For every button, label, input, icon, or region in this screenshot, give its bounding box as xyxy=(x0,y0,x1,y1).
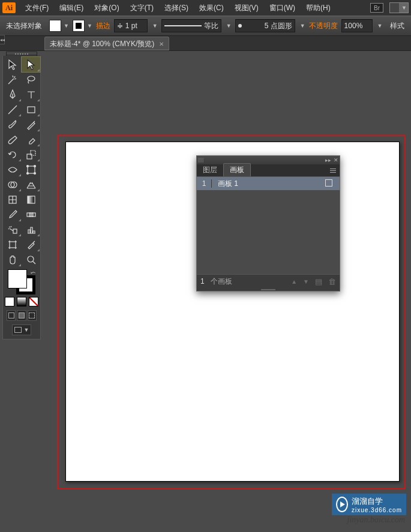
stroke-profile-dropdown[interactable]: 等比 xyxy=(161,19,221,32)
fill-stroke-indicator[interactable]: ⤺ xyxy=(8,269,35,294)
svg-rect-16 xyxy=(13,229,17,233)
screen-mode-button[interactable]: ▼ xyxy=(12,324,31,335)
control-bar: 未选择对象 ▼ ▼ 描边 ≑1 pt ▼ 等比 ▼ 5 点圆形 ▼ 不透明度 1… xyxy=(0,16,411,36)
new-artboard-icon[interactable]: ▤ xyxy=(315,277,322,286)
menu-type[interactable]: 文字(T) xyxy=(125,0,158,16)
swap-fill-stroke-icon[interactable]: ⤺ xyxy=(31,269,35,276)
paintbrush-tool[interactable] xyxy=(3,117,22,132)
svg-point-8 xyxy=(34,172,35,174)
column-graph-tool[interactable] xyxy=(22,222,40,237)
draw-behind-icon[interactable] xyxy=(17,310,26,321)
watermark-scribble: jinyan.baicu.com xyxy=(347,515,405,525)
blend-tool[interactable] xyxy=(22,207,40,222)
app-logo-icon: Ai xyxy=(2,2,16,13)
gradient-mode-icon[interactable] xyxy=(17,297,26,306)
watermark-sub: zixue.3d66.com xyxy=(352,507,402,513)
menu-edit[interactable]: 编辑(E) xyxy=(55,0,88,16)
menu-help[interactable]: 帮助(H) xyxy=(301,0,335,16)
fill-color-button[interactable]: ▼ xyxy=(49,20,69,32)
draw-normal-icon[interactable] xyxy=(7,310,16,321)
mesh-tool[interactable] xyxy=(3,192,22,207)
svg-point-5 xyxy=(26,165,28,167)
stroke-label[interactable]: 描边 xyxy=(96,21,110,31)
rectangle-tool[interactable] xyxy=(22,102,40,117)
pen-tool[interactable] xyxy=(3,87,22,102)
svg-rect-1 xyxy=(28,107,35,113)
artboard-count-label: 个画板 xyxy=(211,276,232,287)
pencil-tool[interactable] xyxy=(22,117,40,132)
artboard-index: 1 xyxy=(197,179,212,188)
svg-point-6 xyxy=(34,165,35,167)
menu-file[interactable]: 文件(F) xyxy=(20,0,53,16)
bridge-icon[interactable]: Br xyxy=(370,3,383,13)
stroke-weight-input[interactable]: ≑1 pt xyxy=(114,19,148,32)
menu-bar: Ai 文件(F) 编辑(E) 对象(O) 文字(T) 选择(S) 效果(C) 视… xyxy=(0,0,411,16)
close-tab-icon[interactable]: ✕ xyxy=(159,41,164,47)
menu-select[interactable]: 选择(S) xyxy=(160,0,193,16)
artboard-row[interactable]: 1 画板 1 xyxy=(197,177,340,190)
perspective-grid-tool[interactable] xyxy=(22,177,40,192)
artboard-tool[interactable] xyxy=(3,237,22,252)
selection-tool[interactable] xyxy=(3,57,22,72)
line-tool[interactable] xyxy=(3,102,22,117)
panel-titlebar[interactable]: ▸▸ ✕ xyxy=(197,156,340,164)
svg-rect-3 xyxy=(31,151,35,155)
expand-left-panels-button[interactable]: ◂◂ xyxy=(0,35,5,44)
opacity-input[interactable]: 100% xyxy=(341,19,373,32)
symbol-sprayer-tool[interactable] xyxy=(3,222,22,237)
brush-dropdown[interactable]: 5 点圆形 xyxy=(235,19,295,32)
panel-resize-handle[interactable] xyxy=(197,288,340,291)
document-tab-bar: 未标题-4* @ 100% (CMYK/预览) ✕ xyxy=(0,36,411,51)
panel-collapse-icon[interactable]: ▸▸ xyxy=(325,157,331,163)
tab-artboards[interactable]: 画板 xyxy=(223,163,251,176)
move-up-icon[interactable]: ▲ xyxy=(291,278,297,285)
stroke-color-button[interactable]: ▼ xyxy=(73,20,92,32)
artboard-name[interactable]: 画板 1 xyxy=(212,179,318,189)
none-mode-icon[interactable] xyxy=(29,297,38,306)
artboard-options-icon[interactable] xyxy=(318,179,340,188)
panel-menu-icon[interactable] xyxy=(329,166,337,175)
delete-artboard-icon[interactable]: 🗑 xyxy=(328,277,336,286)
document-tab[interactable]: 未标题-4* @ 100% (CMYK/预览) ✕ xyxy=(44,37,169,50)
artboard-list: 1 画板 1 xyxy=(197,177,340,274)
menu-view[interactable]: 视图(V) xyxy=(230,0,263,16)
toolbox: ⤺ ▼ xyxy=(2,56,41,339)
menu-effect[interactable]: 效果(C) xyxy=(194,0,229,16)
menu-object[interactable]: 对象(O) xyxy=(89,0,124,16)
eyedropper-tool[interactable] xyxy=(3,207,22,222)
panel-close-icon[interactable]: ✕ xyxy=(334,157,338,163)
type-tool[interactable] xyxy=(22,87,40,102)
width-tool[interactable] xyxy=(3,162,22,177)
panel-footer: 1 个画板 ▲ ▼ ▤ 🗑 xyxy=(197,274,340,288)
color-mode-icon[interactable] xyxy=(5,297,14,306)
menu-window[interactable]: 窗口(W) xyxy=(265,0,300,16)
stroke-weight-value: 1 pt xyxy=(125,22,137,30)
profile-label: 等比 xyxy=(204,21,218,31)
gradient-tool[interactable] xyxy=(22,192,40,207)
lasso-tool[interactable] xyxy=(22,72,40,87)
scale-tool[interactable] xyxy=(22,147,40,162)
brush-dot-icon xyxy=(238,24,242,28)
canvas-area[interactable]: ▸▸ ✕ 图层 画板 1 画板 1 1 个画板 xyxy=(43,52,411,532)
fill-tile-icon[interactable] xyxy=(8,269,27,288)
free-transform-tool[interactable] xyxy=(22,162,40,177)
svg-rect-14 xyxy=(29,213,33,217)
opacity-label[interactable]: 不透明度 xyxy=(309,21,338,31)
blob-brush-tool[interactable] xyxy=(3,132,22,147)
svg-point-0 xyxy=(28,76,35,81)
slice-tool[interactable] xyxy=(22,237,40,252)
eraser-tool[interactable] xyxy=(22,132,40,147)
tab-layers[interactable]: 图层 xyxy=(197,164,223,176)
draw-inside-icon[interactable] xyxy=(28,310,37,321)
svg-point-7 xyxy=(26,172,28,174)
magic-wand-tool[interactable] xyxy=(3,72,22,87)
rotate-tool[interactable] xyxy=(3,147,22,162)
move-down-icon[interactable]: ▼ xyxy=(303,278,309,285)
shape-builder-tool[interactable] xyxy=(3,177,22,192)
hand-tool[interactable] xyxy=(3,252,22,267)
artboard-list-empty-area xyxy=(197,190,340,274)
selection-status: 未选择对象 xyxy=(2,21,46,31)
arrange-documents-button[interactable]: ▼ xyxy=(389,2,409,13)
direct-selection-tool[interactable] xyxy=(22,57,40,72)
zoom-tool[interactable] xyxy=(22,252,40,267)
